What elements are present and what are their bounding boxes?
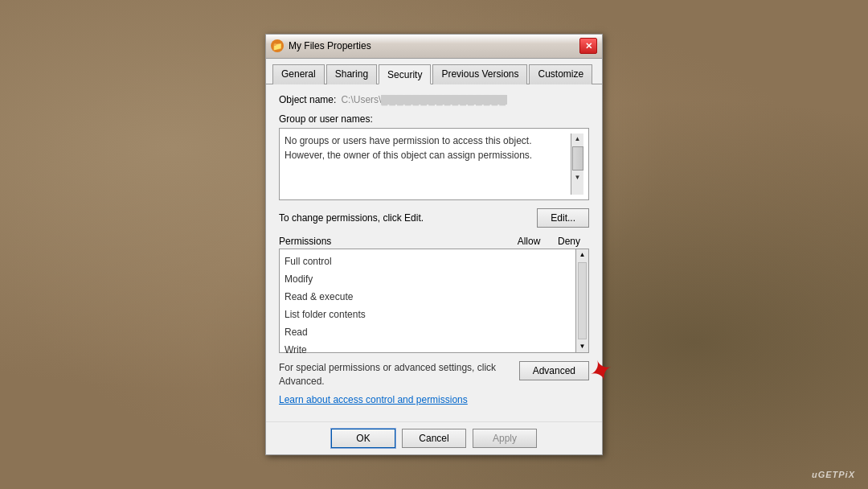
scrollbar-down-arrow[interactable]: ▼ [571,172,583,183]
tab-customize[interactable]: Customize [529,64,592,84]
perm-read: Read [285,323,571,341]
cancel-button[interactable]: Cancel [402,429,466,448]
tab-previous-versions[interactable]: Previous Versions [432,64,527,84]
group-names-text: No groups or users have permission to ac… [285,134,571,195]
close-button[interactable]: ✕ [579,38,597,54]
advanced-button[interactable]: Advanced [519,361,589,380]
perm-scrollbar-track[interactable] [578,262,587,339]
change-perm-text: To change permissions, click Edit. [279,212,424,224]
perm-read-execute: Read & execute [285,288,571,306]
group-label: Group or user names: [279,113,589,125]
perm-scrollbar-down[interactable]: ▼ [576,341,588,352]
perm-scrollbar-up[interactable]: ▲ [576,249,588,261]
properties-dialog: 📁 My Files Properties ✕ General Sharing … [265,34,603,456]
title-bar-icon: 📁 [271,39,284,52]
special-perm-text: For special permissions or advanced sett… [279,361,504,388]
perm-full-control: Full control [285,253,571,270]
perm-scrollbar[interactable]: ▲ ▼ [575,249,588,352]
watermark: uGETPiX [812,470,855,479]
scrollbar-thumb[interactable] [572,146,583,171]
tab-sharing[interactable]: Sharing [326,64,377,84]
learn-link[interactable]: Learn about access control and permissio… [279,394,468,405]
change-perm-row: To change permissions, click Edit. Edit.… [279,208,589,228]
scrollbar-up-arrow[interactable]: ▲ [571,134,583,145]
perm-write: Write [285,341,571,359]
tab-general[interactable]: General [272,64,325,84]
perm-list: Full control Modify Read & execute List … [280,249,575,352]
perm-list-box: Full control Modify Read & execute List … [279,249,589,353]
perm-modify: Modify [285,270,571,288]
dialog-footer: OK Cancel Apply [266,421,602,454]
advanced-wrapper: Advanced ✦ [519,361,589,380]
special-perm-row: For special permissions or advanced sett… [279,361,589,388]
perm-list-folder: List folder contents [285,306,571,323]
tab-security[interactable]: Security [379,64,431,84]
ok-button[interactable]: OK [331,429,395,448]
group-names-scrollbar[interactable]: ▲ ▼ [571,134,583,195]
security-tab-content: Object name: C:\Users\████████████████ G… [266,84,602,422]
red-star-annotation: ✦ [584,351,619,392]
object-name-label: Object name: [279,94,336,105]
object-name-row: Object name: C:\Users\████████████████ [279,94,589,105]
allow-label: Allow [509,236,549,247]
title-bar-title: My Files Properties [289,40,579,51]
group-names-box: No groups or users have permission to ac… [279,128,589,200]
tab-bar: General Sharing Security Previous Versio… [266,59,602,84]
perm-header: Permissions Allow Deny [279,236,589,247]
title-bar: 📁 My Files Properties ✕ [266,35,602,59]
apply-button[interactable]: Apply [473,429,537,448]
edit-button[interactable]: Edit... [537,208,589,228]
deny-label: Deny [549,236,589,247]
object-name-value: C:\Users\████████████████ [341,94,507,105]
perm-label: Permissions [279,236,509,247]
